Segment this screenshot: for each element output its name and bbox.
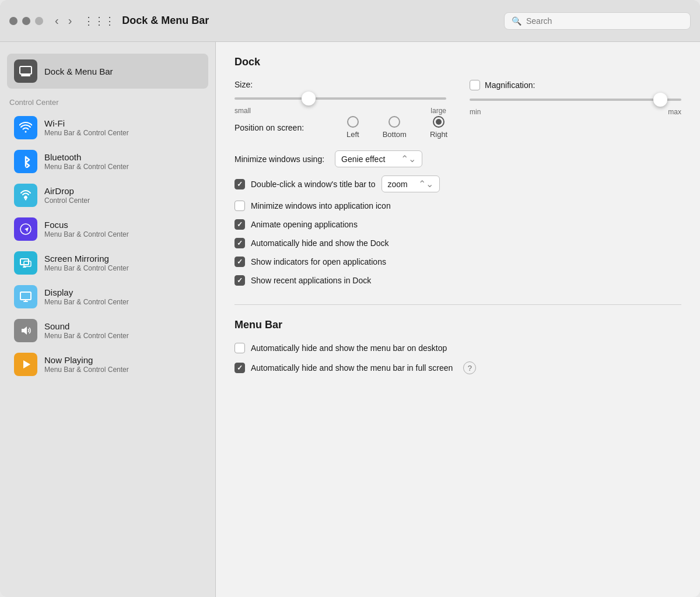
sidebar-item-dock-menu-bar[interactable]: Dock & Menu Bar bbox=[7, 54, 208, 89]
wifi-icon bbox=[14, 116, 37, 139]
position-left-radio[interactable] bbox=[347, 116, 359, 128]
screen-mirroring-text: Screen Mirroring Menu Bar & Control Cent… bbox=[44, 254, 129, 272]
sidebar-item-sound[interactable]: Sound Menu Bar & Control Center bbox=[0, 314, 215, 347]
svg-rect-3 bbox=[20, 259, 29, 265]
double-click-dropdown-arrow: ⌃⌄ bbox=[418, 178, 433, 189]
airdrop-text: AirDrop Control Center bbox=[44, 186, 90, 205]
focus-icon bbox=[14, 217, 37, 241]
mag-min-label: min bbox=[470, 108, 481, 116]
sound-subtitle: Menu Bar & Control Center bbox=[44, 332, 129, 340]
sound-title: Sound bbox=[44, 321, 129, 331]
airdrop-subtitle: Control Center bbox=[44, 196, 90, 205]
minimize-icon-label: Minimize windows into application icon bbox=[251, 201, 391, 210]
svg-rect-1 bbox=[21, 75, 30, 76]
display-icon bbox=[14, 285, 37, 308]
sidebar-item-display[interactable]: Display Menu Bar & Control Center bbox=[0, 280, 215, 313]
minimize-icon-row: Minimize windows into application icon bbox=[235, 201, 681, 211]
mag-slider-thumb[interactable] bbox=[653, 93, 667, 107]
position-left[interactable]: Left bbox=[346, 116, 359, 139]
autohide-dock-row: Automatically hide and show the Dock bbox=[235, 238, 681, 248]
minimize-icon-checkbox[interactable] bbox=[235, 201, 245, 211]
display-text: Display Menu Bar & Control Center bbox=[44, 287, 129, 306]
back-button[interactable]: ‹ bbox=[52, 12, 61, 30]
recent-row: Show recent applications in Dock bbox=[235, 275, 681, 286]
now-playing-text: Now Playing Menu Bar & Control Center bbox=[44, 355, 129, 374]
bluetooth-icon bbox=[14, 150, 37, 173]
maximize-button[interactable] bbox=[35, 17, 43, 25]
mag-slider-group: Magnification: min max bbox=[470, 80, 681, 116]
recent-label: Show recent applications in Dock bbox=[251, 276, 371, 285]
search-box[interactable]: 🔍 bbox=[504, 12, 691, 30]
close-button[interactable] bbox=[9, 17, 18, 25]
search-input[interactable] bbox=[526, 16, 683, 26]
position-bottom[interactable]: Bottom bbox=[383, 116, 407, 139]
position-right-dot bbox=[436, 119, 442, 125]
animate-label: Animate opening applications bbox=[251, 220, 358, 229]
minimize-button[interactable] bbox=[22, 17, 30, 25]
dock-section-title: Dock bbox=[235, 56, 681, 68]
forward-button[interactable]: › bbox=[66, 12, 75, 30]
minimize-dropdown[interactable]: Genie effect ⌃⌄ bbox=[335, 150, 422, 167]
size-slider-thumb[interactable] bbox=[302, 92, 316, 106]
double-click-label: Double-click a window's title bar to bbox=[251, 180, 376, 189]
autohide-menubar-fullscreen-checkbox[interactable] bbox=[235, 363, 245, 373]
autohide-dock-checkbox[interactable] bbox=[235, 238, 245, 248]
autohide-dock-label: Automatically hide and show the Dock bbox=[251, 238, 389, 248]
screen-mirroring-title: Screen Mirroring bbox=[44, 254, 129, 264]
sidebar-item-airdrop[interactable]: AirDrop Control Center bbox=[0, 179, 215, 212]
menu-bar-section: Menu Bar Automatically hide and show the… bbox=[235, 304, 681, 374]
position-right-label: Right bbox=[430, 130, 447, 139]
position-bottom-label: Bottom bbox=[383, 130, 407, 139]
titlebar: ‹ › ⋮⋮⋮ Dock & Menu Bar 🔍 bbox=[0, 0, 700, 42]
sidebar: Dock & Menu Bar Control Center Wi-Fi Men… bbox=[0, 42, 216, 597]
main-window: ‹ › ⋮⋮⋮ Dock & Menu Bar 🔍 Dock & Menu bbox=[0, 0, 700, 597]
wifi-text: Wi-Fi Menu Bar & Control Center bbox=[44, 118, 129, 137]
minimize-dropdown-arrow: ⌃⌄ bbox=[401, 153, 416, 164]
position-label: Position on screen: bbox=[235, 123, 328, 132]
dock-menu-bar-text: Dock & Menu Bar bbox=[44, 66, 113, 76]
indicators-row: Show indicators for open applications bbox=[235, 257, 681, 267]
position-left-label: Left bbox=[346, 130, 359, 139]
animate-checkbox[interactable] bbox=[235, 219, 245, 230]
wifi-title: Wi-Fi bbox=[44, 118, 129, 128]
size-mag-row: Size: small large bbox=[235, 80, 681, 116]
focus-text: Focus Menu Bar & Control Center bbox=[44, 220, 129, 238]
sidebar-item-bluetooth[interactable]: Bluetooth Menu Bar & Control Center bbox=[0, 145, 215, 178]
double-click-dropdown[interactable]: zoom ⌃⌄ bbox=[382, 175, 440, 192]
position-radio-group: Left Bottom Right bbox=[346, 116, 447, 139]
dock-menu-bar-title: Dock & Menu Bar bbox=[44, 66, 113, 76]
screen-mirroring-subtitle: Menu Bar & Control Center bbox=[44, 264, 129, 272]
main-content: Dock & Menu Bar Control Center Wi-Fi Men… bbox=[0, 42, 700, 597]
focus-title: Focus bbox=[44, 220, 129, 230]
double-click-checkbox[interactable] bbox=[235, 179, 245, 189]
window-title: Dock & Menu Bar bbox=[122, 15, 504, 27]
svg-rect-5 bbox=[20, 292, 31, 300]
indicators-label: Show indicators for open applications bbox=[251, 257, 386, 266]
minimize-label: Minimize windows using: bbox=[235, 154, 324, 164]
display-subtitle: Menu Bar & Control Center bbox=[44, 298, 129, 306]
svg-rect-4 bbox=[24, 261, 31, 266]
double-click-dropdown-value: zoom bbox=[388, 180, 408, 189]
mag-slider[interactable] bbox=[470, 93, 681, 107]
airdrop-title: AirDrop bbox=[44, 186, 90, 196]
magnification-checkbox[interactable] bbox=[470, 80, 480, 90]
mag-max-label: max bbox=[668, 108, 681, 116]
sidebar-item-wifi[interactable]: Wi-Fi Menu Bar & Control Center bbox=[0, 111, 215, 144]
position-right[interactable]: Right bbox=[430, 116, 447, 139]
help-button[interactable]: ? bbox=[463, 361, 476, 374]
focus-subtitle: Menu Bar & Control Center bbox=[44, 230, 129, 238]
sidebar-item-focus[interactable]: Focus Menu Bar & Control Center bbox=[0, 213, 215, 245]
autohide-menubar-desktop-label: Automatically hide and show the menu bar… bbox=[251, 343, 447, 353]
autohide-menubar-desktop-checkbox[interactable] bbox=[235, 343, 245, 353]
size-slider[interactable] bbox=[235, 92, 446, 106]
screen-mirroring-icon bbox=[14, 251, 37, 275]
magnification-label: Magnification: bbox=[485, 80, 535, 90]
position-bottom-radio[interactable] bbox=[388, 116, 400, 128]
recent-checkbox[interactable] bbox=[235, 275, 245, 286]
indicators-checkbox[interactable] bbox=[235, 257, 245, 267]
sidebar-item-now-playing[interactable]: Now Playing Menu Bar & Control Center bbox=[0, 348, 215, 381]
position-right-radio[interactable] bbox=[433, 116, 444, 128]
display-title: Display bbox=[44, 287, 129, 297]
autohide-menubar-fullscreen-label: Automatically hide and show the menu bar… bbox=[251, 363, 453, 373]
sidebar-item-screen-mirroring[interactable]: Screen Mirroring Menu Bar & Control Cent… bbox=[0, 247, 215, 279]
